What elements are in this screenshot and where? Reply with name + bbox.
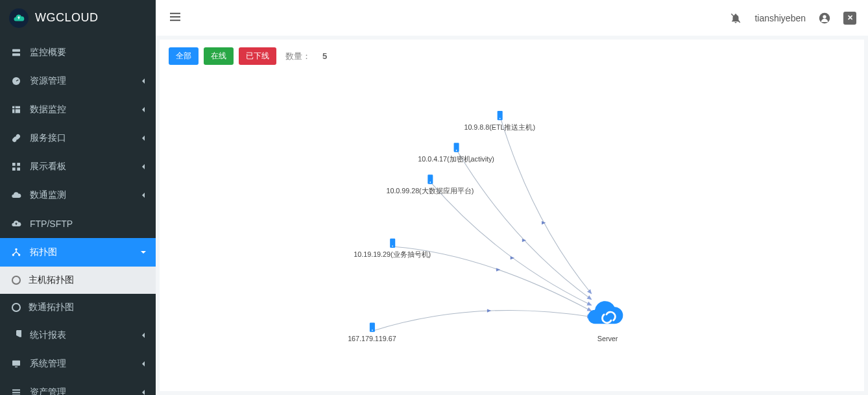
bell-off-icon[interactable] [730,12,741,24]
host-label: 10.0.4.17(加密机activity) [418,155,494,163]
edge-arrow-icon [496,268,500,271]
filter-offline-button[interactable]: 已下线 [239,47,276,65]
svg-point-25 [500,118,501,119]
logout-button[interactable]: ✕ [843,12,856,25]
server-label: Server [597,335,618,342]
sidebar-item-5[interactable]: 数通监测 [0,181,156,209]
svg-rect-15 [12,389,20,390]
sidebar-item-label: 服务接口 [30,132,66,144]
host-node-2[interactable] [428,174,433,184]
sidebar-item-7[interactable]: 拓扑图 [0,238,156,267]
topology-icon [10,246,22,258]
sidebar-item-label: 拓扑图 [30,246,57,258]
topology-edge [431,183,592,305]
sidebar-item-0[interactable]: 监控概要 [0,38,156,67]
sidebar-item-label: 数据监控 [30,104,66,115]
sidebar-item-9[interactable]: 系统管理 [0,350,156,378]
link-icon [10,132,22,144]
dashboard-icon [10,75,22,87]
svg-rect-18 [170,12,180,14]
list-icon [10,387,22,395]
sidebar-item-label: 资源管理 [30,75,66,87]
server-icon [10,47,22,58]
panel: 全部 在线 已下线 数量： 5 10.9.8.8(ETL推送主机)10.0.4.… [160,40,864,391]
chevron-icon [140,247,147,257]
sidebar-item-1[interactable]: 资源管理 [0,67,156,95]
topology-canvas[interactable]: 10.9.8.8(ETL推送主机)10.0.4.17(加密机activity)1… [160,72,864,391]
cloud-up-icon [10,218,22,230]
pie-icon [10,329,22,341]
sidebar-subitem-1[interactable]: 数通拓扑图 [0,294,156,321]
cloud-icon [10,189,22,201]
topology-edge [501,119,592,293]
user-icon[interactable] [819,12,830,24]
chevron-icon [140,133,147,143]
edge-arrow-icon [487,309,491,312]
host-label: 10.19.19.29(业务抽号机) [354,250,431,258]
svg-rect-1 [12,53,20,56]
chevron-icon [140,387,147,395]
host-node-3[interactable] [390,239,395,248]
svg-rect-9 [17,167,20,171]
sidebar: WGCLOUD 监控概要资源管理数据监控服务接口展示看板数通监测FTP/SFTP… [0,0,156,395]
sidebar-item-10[interactable]: 资产管理 [0,378,156,395]
count-value: 5 [322,51,327,61]
svg-point-31 [392,245,393,246]
topology-edge [373,311,591,331]
ring-icon [12,303,21,312]
sidebar-item-label: 系统管理 [30,358,66,370]
sidebar-item-label: 展示看板 [30,161,66,173]
close-icon: ✕ [843,12,856,25]
sidebar-subitem-0[interactable]: 主机拓扑图 [0,267,156,294]
sidebar-item-6[interactable]: FTP/SFTP [0,209,156,238]
svg-point-29 [429,182,431,183]
table-icon [10,104,22,115]
svg-point-23 [823,15,826,18]
server-node[interactable] [588,301,623,324]
sidebar-item-3[interactable]: 服务接口 [0,124,156,152]
host-node-4[interactable] [370,322,375,331]
svg-point-10 [15,248,17,250]
grid-icon [10,161,22,173]
chevron-icon [140,76,147,86]
svg-rect-20 [170,19,180,21]
sidebar-item-8[interactable]: 统计报表 [0,321,156,350]
sidebar-item-2[interactable]: 数据监控 [0,95,156,124]
svg-rect-7 [17,163,20,166]
menu-toggle-button[interactable] [167,10,183,27]
host-node-1[interactable] [454,143,459,152]
sidebar-item-4[interactable]: 展示看板 [0,152,156,181]
brand[interactable]: WGCLOUD [0,0,156,36]
sidebar-item-label: 数通监测 [30,189,66,201]
filter-all-button[interactable]: 全部 [169,47,199,65]
svg-point-33 [372,329,373,331]
sidebar-subitem-label: 数通拓扑图 [29,302,74,313]
brand-name: WGCLOUD [35,11,99,25]
content: 全部 在线 已下线 数量： 5 10.9.8.8(ETL推送主机)10.0.4.… [156,36,868,395]
svg-rect-16 [12,392,20,393]
host-label: 10.9.8.8(ETL推送主机) [464,123,535,131]
topbar: tianshiyeben ✕ [156,0,868,36]
topology-edge [457,151,592,300]
svg-rect-19 [170,16,180,18]
count-label: 数量： [285,51,311,62]
nav: 监控概要资源管理数据监控服务接口展示看板数通监测FTP/SFTP拓扑图主机拓扑图… [0,36,156,395]
username-label[interactable]: tianshiyeben [754,13,806,23]
brand-logo-icon [9,8,29,28]
svg-rect-3 [12,106,20,114]
host-label: 10.0.99.28(大数据应用平台) [386,187,474,195]
sidebar-item-label: FTP/SFTP [30,219,73,229]
host-label: 167.179.119.67 [348,335,396,342]
filter-bar: 全部 在线 已下线 数量： 5 [160,40,864,73]
sidebar-subitem-label: 主机拓扑图 [29,274,74,286]
monitor-icon [10,358,22,370]
chevron-icon [140,330,147,341]
chevron-icon [140,359,147,369]
sidebar-item-label: 统计报表 [30,329,66,341]
svg-rect-8 [12,167,16,171]
filter-online-button[interactable]: 在线 [204,47,234,65]
svg-rect-0 [12,49,20,52]
chevron-icon [140,190,147,200]
host-node-0[interactable] [498,111,503,120]
chevron-icon [140,104,147,115]
